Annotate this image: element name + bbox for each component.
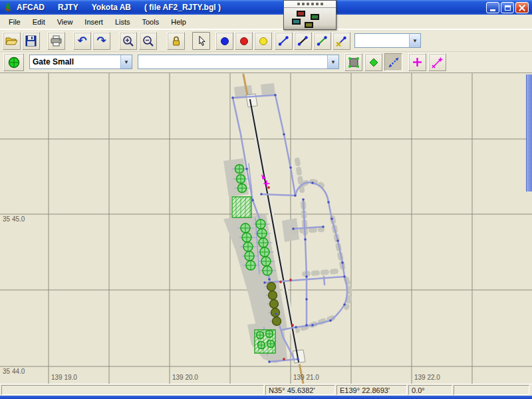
grid-label-lon: 139 21.0 — [293, 374, 319, 381]
undo-button[interactable]: ↶ — [73, 32, 91, 50]
menu-edit[interactable]: Edit — [27, 16, 51, 28]
grid-label-lat: 35 45.0 — [3, 215, 25, 223]
apron-tool-icon — [348, 57, 360, 68]
status-longitude: E139° 22.8693' — [336, 385, 407, 395]
gate-tool-button[interactable] — [3, 53, 24, 71]
menu-file[interactable]: File — [3, 16, 27, 28]
minimize-button[interactable] — [486, 2, 499, 13]
palette-teal-swatch[interactable] — [292, 19, 301, 25]
lock-icon — [171, 35, 182, 47]
lock-button[interactable] — [167, 32, 185, 50]
draw-line-black-icon — [297, 35, 309, 47]
airport-diagram — [0, 73, 532, 384]
draw-line-delete-icon — [336, 35, 347, 47]
gate-toolbar: Gate Small ▼ ▼ — [0, 52, 532, 73]
palette-olive-swatch[interactable] — [305, 22, 313, 28]
magenta-plus-icon — [412, 57, 423, 68]
close-icon — [519, 5, 525, 11]
gate-name-combo[interactable]: ▼ — [138, 55, 339, 69]
menu-bar: File Edit View Insert Lists Tools Help — [0, 15, 532, 29]
minimize-icon — [490, 9, 495, 11]
restore-icon — [505, 5, 511, 11]
airport-map-canvas[interactable]: 35 45.0 35 44.0 139 19.0 139 20.0 139 21… — [0, 73, 532, 384]
taxiway-draw-icon — [388, 57, 400, 68]
apron-tool-button[interactable] — [344, 53, 362, 71]
red-point-button[interactable] — [235, 32, 253, 50]
vertical-scrollbar-thumb[interactable] — [526, 74, 532, 192]
title-bar[interactable]: AFCAD RJTY Yokota AB ( file AF2_RJTY.bgl… — [0, 0, 532, 15]
grid-label-lon: 139 20.0 — [172, 374, 198, 381]
yellow-point-button[interactable] — [254, 32, 272, 50]
draw-line-blue-icon — [278, 35, 289, 47]
status-message-panel — [1, 385, 264, 395]
save-button[interactable] — [22, 32, 40, 50]
redo-icon: ↷ — [96, 35, 106, 47]
combo-dropdown-icon[interactable]: ▼ — [120, 55, 132, 68]
status-filler-panel — [454, 385, 529, 395]
status-latitude: N35° 45.6382' — [265, 385, 335, 395]
zoom-out-icon — [142, 35, 154, 47]
status-heading: 0.0° — [408, 385, 452, 395]
grid-label-lon: 139 22.0 — [414, 374, 440, 381]
palette-red-swatch[interactable] — [297, 11, 305, 17]
magenta-line-plus-button[interactable] — [428, 53, 446, 71]
print-icon — [50, 35, 63, 47]
zoom-out-button[interactable] — [139, 32, 157, 50]
afcad-tree-icon — [3, 2, 13, 13]
pointer-icon — [196, 35, 207, 47]
title-airport-icao: RJTY — [58, 3, 78, 12]
select-pointer-button[interactable] — [192, 32, 210, 50]
open-button[interactable] — [3, 32, 21, 50]
close-button[interactable] — [515, 2, 529, 13]
gate-circle-icon — [8, 57, 20, 68]
draw-line-green-icon — [317, 35, 328, 47]
yellow-point-icon — [259, 37, 268, 46]
blue-point-icon — [220, 37, 229, 46]
title-airport-name: Yokota AB — [92, 3, 131, 12]
draw-line-blue-button[interactable] — [275, 32, 293, 50]
floating-palette-window[interactable] — [283, 0, 336, 30]
menu-view[interactable]: View — [51, 16, 79, 28]
draw-line-green-button[interactable] — [313, 32, 331, 50]
print-button[interactable] — [47, 32, 65, 50]
undo-icon: ↶ — [77, 35, 86, 47]
zoom-in-icon — [122, 35, 134, 47]
menu-insert[interactable]: Insert — [78, 16, 109, 28]
open-folder-icon — [5, 35, 18, 47]
magenta-plus-button[interactable] — [408, 53, 426, 71]
draw-line-black-button[interactable] — [294, 32, 312, 50]
menu-lists[interactable]: Lists — [109, 16, 136, 28]
blue-point-button[interactable] — [215, 32, 233, 50]
palette-grip-dots[interactable] — [284, 1, 336, 8]
palette-green-swatch[interactable] — [311, 14, 319, 20]
combo-dropdown-icon[interactable]: ▼ — [409, 34, 420, 47]
afcad-window: AFCAD RJTY Yokota AB ( file AF2_RJTY.bgl… — [0, 0, 532, 399]
main-toolbar: ↶ ↷ — [0, 29, 532, 52]
diamond-node-button[interactable] — [364, 53, 382, 71]
combo-dropdown-icon[interactable]: ▼ — [327, 55, 338, 68]
zoom-in-button[interactable] — [119, 32, 137, 50]
magenta-line-plus-icon — [432, 57, 444, 68]
title-file-name: ( file AF2_RJTY.bgl ) — [144, 3, 221, 12]
zoom-level-combo[interactable]: ▼ — [354, 33, 421, 48]
save-floppy-icon — [25, 35, 37, 47]
grid-label-lat: 35 44.0 — [3, 368, 25, 375]
menu-help[interactable]: Help — [165, 16, 192, 28]
gate-type-combo[interactable]: Gate Small ▼ — [29, 55, 132, 69]
redo-button[interactable]: ↷ — [92, 32, 110, 50]
grid-label-lon: 139 19.0 — [51, 374, 77, 381]
restore-button[interactable] — [501, 2, 514, 13]
gate-type-value: Gate Small — [30, 57, 120, 66]
diamond-node-icon — [368, 57, 380, 68]
taxiway-draw-button[interactable] — [384, 53, 402, 71]
menu-tools[interactable]: Tools — [136, 16, 166, 28]
title-app-name: AFCAD — [17, 3, 45, 12]
status-bar: N35° 45.6382' E139° 22.8693' 0.0° — [0, 384, 532, 396]
red-point-icon — [239, 37, 249, 46]
window-bottom-border — [0, 396, 532, 399]
draw-line-delete-button[interactable] — [332, 32, 350, 50]
